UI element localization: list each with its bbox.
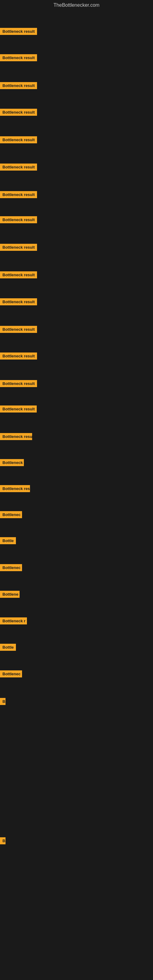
bottleneck-badge[interactable]: Bottleneck result [0,406,37,412]
list-item[interactable]: Bottleneck resu [0,433,32,441]
list-item[interactable]: Bottleneck result [0,353,37,361]
list-item[interactable]: Bottleneck result [0,271,37,280]
list-item[interactable]: Bottle [0,644,16,652]
list-item[interactable]: Bottleneck result [0,109,37,117]
bottleneck-badge[interactable]: Bottleneck resu [0,433,32,440]
bottleneck-badge[interactable]: Bottlenec [0,670,22,678]
list-item[interactable]: Bottleneck result [0,244,37,252]
bottleneck-badge[interactable]: Bottlenec [0,564,22,571]
list-item[interactable]: Bottleneck r [0,617,27,626]
list-item[interactable]: Bottleneck result [0,216,37,224]
list-item[interactable]: Bottlenec [0,564,22,573]
bottleneck-badge[interactable]: Bottlenec [0,511,22,518]
list-item[interactable]: Bottleneck result [0,28,37,36]
bottleneck-badge[interactable]: Bottle [0,537,16,544]
list-item[interactable]: Bottleneck result [0,82,37,90]
bottleneck-badge[interactable]: B [0,837,5,844]
bottleneck-badge[interactable]: Bottleneck result [0,380,37,387]
bottleneck-badge[interactable]: Bottleneck result [0,54,37,61]
bottleneck-badge[interactable]: Bottleneck result [0,164,37,170]
list-item[interactable]: Bottlenec [0,670,22,679]
list-item[interactable]: Bottleneck result [0,326,37,334]
list-item[interactable]: B [0,837,5,846]
bottleneck-badge[interactable]: B [0,698,5,705]
bottleneck-badge[interactable]: Bottleneck res [0,485,30,492]
list-item[interactable]: Bottle [0,537,16,546]
bottleneck-badge[interactable]: Bottleneck result [0,326,37,333]
list-item[interactable]: Bottleneck result [0,380,37,388]
list-item[interactable]: Bottleneck result [0,191,37,199]
bottleneck-list: Bottleneck resultBottleneck resultBottle… [0,10,153,980]
bottleneck-badge[interactable]: Bottleneck result [0,244,37,251]
list-item[interactable]: Bottlene [0,591,19,599]
list-item[interactable]: B [0,698,5,706]
bottleneck-badge[interactable]: Bottleneck result [0,136,37,143]
site-title: TheBottlenecker.com [0,0,153,10]
list-item[interactable]: Bottleneck result [0,298,37,307]
bottleneck-badge[interactable]: Bottleneck result [0,271,37,278]
bottleneck-badge[interactable]: Bottleneck result [0,82,37,89]
bottleneck-badge[interactable]: Bottlene [0,591,19,598]
list-item[interactable]: Bottleneck result [0,164,37,172]
list-item[interactable]: Bottleneck result [0,54,37,62]
bottleneck-badge[interactable]: Bottleneck result [0,28,37,35]
list-item[interactable]: Bottleneck res [0,485,30,493]
bottleneck-badge[interactable]: Bottleneck result [0,109,37,116]
list-item[interactable]: Bottleneck result [0,406,37,414]
bottleneck-badge[interactable]: Bottleneck result [0,216,37,223]
bottleneck-badge[interactable]: Bottle [0,644,16,651]
list-item[interactable]: Bottlenec [0,511,22,519]
bottleneck-badge[interactable]: Bottleneck result [0,298,37,305]
bottleneck-badge[interactable]: Bottleneck result [0,353,37,360]
list-item[interactable]: Bottleneck result [0,136,37,145]
bottleneck-badge[interactable]: Bottleneck result [0,191,37,198]
bottleneck-badge[interactable]: Bottleneck [0,459,24,466]
bottleneck-badge[interactable]: Bottleneck r [0,617,27,624]
list-item[interactable]: Bottleneck [0,459,24,467]
